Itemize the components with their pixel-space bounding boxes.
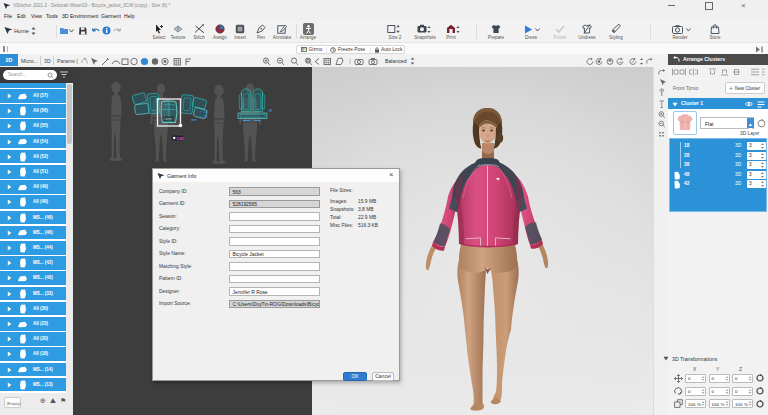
svg-text:38: 38 bbox=[269, 109, 273, 113]
svg-text:⊢ 0.1: ⊢ 0.1 bbox=[200, 110, 208, 114]
svg-text:C01: C01 bbox=[177, 136, 185, 141]
svg-text:Center: Center bbox=[163, 117, 172, 121]
svg-text:⊢ 0.1: ⊢ 0.1 bbox=[200, 115, 208, 119]
